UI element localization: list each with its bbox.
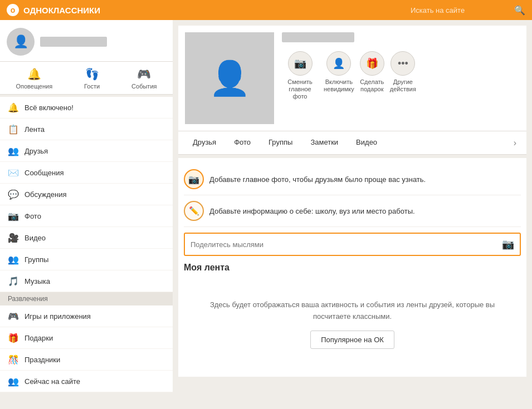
- profile-name-placeholder: [282, 32, 354, 42]
- friends-label: Друзья: [25, 147, 48, 155]
- more-actions-btn[interactable]: ••• Другие действия: [390, 51, 416, 101]
- sidebar-item-events[interactable]: 🎮 События: [131, 67, 157, 90]
- sidebar-item-music[interactable]: 🎵 Музыка: [0, 270, 173, 292]
- profile-actions: 📷 Сменить главное фото 👤 Включить невиди…: [282, 51, 520, 101]
- games-icon: 🎮: [8, 311, 19, 322]
- holidays-label: Праздники: [25, 356, 60, 364]
- friends-icon: 👥: [8, 145, 19, 156]
- music-icon: 🎵: [8, 275, 19, 287]
- sidebar-item-video[interactable]: 🎥 Видео: [0, 227, 173, 249]
- post-camera-icon[interactable]: 📷: [502, 238, 514, 250]
- profile-tabs: Друзья Фото Группы Заметки Видео ›: [178, 131, 526, 155]
- add-info-suggestion[interactable]: ✏️ Добавьте информацию о себе: школу, ву…: [184, 195, 521, 227]
- sidebar-item-friends[interactable]: 👥 Друзья: [0, 140, 173, 162]
- all-on-label: Всё включено!: [25, 104, 74, 112]
- sidebar-item-groups[interactable]: 👥 Группы: [0, 249, 173, 270]
- change-photo-btn[interactable]: 📷 Сменить главное фото: [282, 51, 318, 101]
- sidebar: 👤 🔔 Оповещения 👣 Гости 🎮 События 🔔 Всё в…: [0, 20, 173, 392]
- add-info-text: Добавьте информацию о себе: школу, вуз и…: [209, 207, 415, 215]
- logo-text: ОДНОКЛАССНИКИ: [23, 6, 100, 15]
- online-now-label: Сейчас на сайте: [25, 377, 80, 386]
- entertainment-section-header: Развлечения: [0, 292, 173, 305]
- messages-icon: ✉️: [8, 167, 19, 178]
- invisible-label: Включить невидимку: [324, 78, 354, 93]
- sidebar-item-all-on[interactable]: 🔔 Всё включено!: [0, 97, 173, 119]
- feed-title: Моя лента: [184, 256, 521, 277]
- camera-circle-icon: 📷: [288, 51, 313, 76]
- search-input[interactable]: [411, 6, 511, 14]
- events-label: События: [131, 83, 157, 90]
- notifications-label: Оповещения: [16, 83, 52, 90]
- tab-friends[interactable]: Друзья: [184, 131, 225, 154]
- bell-icon: 🔔: [27, 67, 41, 81]
- gift-btn[interactable]: 🎁 Сделать подарок: [360, 51, 384, 101]
- groups-label: Группы: [25, 255, 48, 264]
- holidays-icon: 🎊: [8, 354, 19, 365]
- sidebar-item-messages[interactable]: ✉️ Сообщения: [0, 162, 173, 184]
- post-input-area[interactable]: 📷: [184, 233, 521, 256]
- logo: о ОДНОКЛАССНИКИ: [7, 4, 100, 16]
- search-button[interactable]: 🔍: [514, 5, 525, 16]
- invisible-circle-icon: 👤: [326, 51, 351, 76]
- profile-right: 📷 Сменить главное фото 👤 Включить невиди…: [282, 32, 520, 124]
- messages-label: Сообщения: [25, 169, 64, 177]
- feed-icon: 📋: [8, 124, 19, 135]
- sidebar-item-online-now[interactable]: 👥 Сейчас на сайте: [0, 371, 173, 392]
- sidebar-item-discussions[interactable]: 💬 Обсуждения: [0, 184, 173, 205]
- sidebar-item-photos[interactable]: 📷 Фото: [0, 205, 173, 227]
- logo-icon: о: [7, 4, 19, 16]
- header: о ОДНОКЛАССНИКИ 🔍: [0, 0, 532, 20]
- profile-avatar: 👤: [185, 32, 274, 124]
- add-photo-icon: 📷: [184, 169, 204, 189]
- content-area: 👤 📷 Сменить главное фото 👤 Включит: [173, 20, 532, 392]
- more-circle-icon: •••: [391, 51, 415, 76]
- sidebar-item-games[interactable]: 🎮 Игры и приложения: [0, 305, 173, 327]
- feed-label: Лента: [25, 125, 45, 134]
- games-label: Игры и приложения: [25, 312, 91, 321]
- sidebar-item-gifts[interactable]: 🎁 Подарки: [0, 327, 173, 349]
- tab-photos[interactable]: Фото: [225, 131, 260, 154]
- popular-btn[interactable]: Популярное на ОК: [310, 331, 394, 349]
- post-input[interactable]: [191, 240, 502, 249]
- video-icon: 🎥: [8, 232, 19, 243]
- feed-area: 📷 Добавьте главное фото, чтобы друзьям б…: [178, 158, 526, 377]
- tab-groups[interactable]: Группы: [260, 131, 301, 154]
- feed-empty-text: Здесь будет отображаться ваша активность…: [195, 299, 510, 323]
- gift-label: Сделать подарок: [360, 78, 384, 93]
- sidebar-menu: 🔔 Всё включено! 📋 Лента 👥 Друзья ✉️ Сооб…: [0, 97, 173, 392]
- discussions-label: Обсуждения: [25, 190, 67, 199]
- gifts-icon: 🎁: [8, 332, 19, 343]
- main-layout: 👤 🔔 Оповещения 👣 Гости 🎮 События 🔔 Всё в…: [0, 20, 532, 392]
- change-photo-label: Сменить главное фото: [282, 78, 318, 101]
- events-icon: 🎮: [137, 67, 151, 81]
- tab-video[interactable]: Видео: [347, 131, 386, 154]
- pencil-icon: ✏️: [184, 201, 204, 221]
- sidebar-item-feed[interactable]: 📋 Лента: [0, 119, 173, 140]
- user-block: 👤: [0, 20, 173, 62]
- profile-top: 👤 📷 Сменить главное фото 👤 Включит: [178, 26, 526, 131]
- sidebar-item-guests[interactable]: 👣 Гости: [84, 67, 100, 90]
- sidebar-item-notifications[interactable]: 🔔 Оповещения: [16, 67, 52, 90]
- header-search-area: 🔍: [411, 5, 525, 16]
- photos-icon: 📷: [8, 210, 19, 221]
- add-photo-suggestion[interactable]: 📷 Добавьте главное фото, чтобы друзьям б…: [184, 164, 521, 195]
- all-on-icon: 🔔: [8, 102, 19, 113]
- groups-icon: 👥: [8, 254, 19, 265]
- more-actions-label: Другие действия: [390, 78, 416, 93]
- music-label: Музыка: [25, 277, 50, 285]
- tabs-more-arrow[interactable]: ›: [509, 134, 521, 152]
- video-label: Видео: [25, 234, 46, 242]
- guests-label: Гости: [84, 83, 100, 90]
- feed-empty: Здесь будет отображаться ваша активность…: [184, 277, 521, 371]
- add-photo-text: Добавьте главное фото, чтобы друзьям был…: [209, 175, 426, 184]
- invisible-btn[interactable]: 👤 Включить невидимку: [324, 51, 354, 101]
- gift-circle-icon: 🎁: [360, 51, 384, 76]
- sidebar-item-holidays[interactable]: 🎊 Праздники: [0, 349, 173, 371]
- footprint-icon: 👣: [85, 67, 99, 81]
- user-name-placeholder: [40, 37, 107, 47]
- nav-icons-row: 🔔 Оповещения 👣 Гости 🎮 События: [0, 62, 173, 95]
- avatar: 👤: [7, 28, 35, 56]
- tab-notes[interactable]: Заметки: [301, 131, 347, 154]
- discussions-icon: 💬: [8, 189, 19, 200]
- photos-label: Фото: [25, 212, 41, 220]
